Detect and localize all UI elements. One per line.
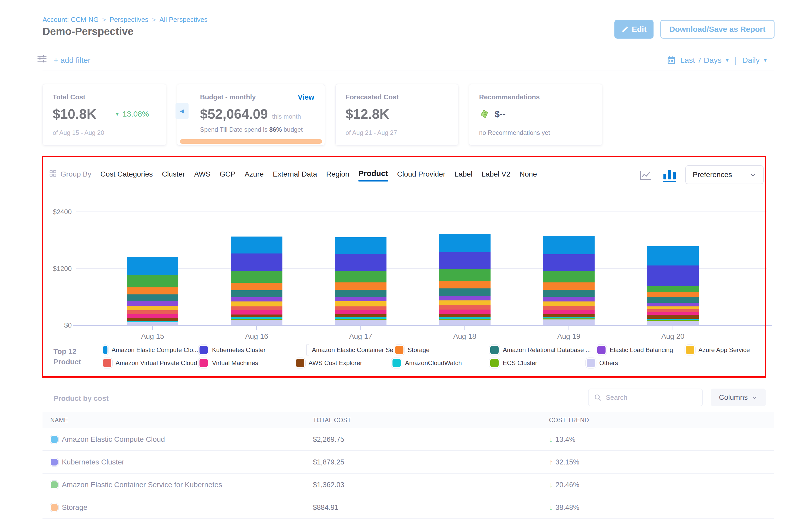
date-range-caret-icon[interactable]: ▾ <box>726 57 729 64</box>
bar-segment[interactable] <box>647 312 699 315</box>
bar-segment[interactable] <box>335 320 386 325</box>
bar-segment[interactable] <box>335 271 386 282</box>
bar-segment[interactable] <box>127 314 178 318</box>
bar-segment[interactable] <box>335 282 386 290</box>
bar-segment[interactable] <box>647 297 699 303</box>
bar-segment[interactable] <box>543 320 594 325</box>
bar-segment[interactable] <box>335 310 386 314</box>
legend-item-kubernetes-cluster[interactable]: Kubernetes Cluster <box>198 346 306 354</box>
tab-cluster[interactable]: Cluster <box>162 170 185 182</box>
table-row[interactable]: Storage$884.91↓38.48% <box>42 496 774 519</box>
bar-segment[interactable] <box>127 322 178 325</box>
bar-segment[interactable] <box>647 246 699 265</box>
budget-view-link[interactable]: View <box>298 93 314 101</box>
bar-segment[interactable] <box>439 252 491 269</box>
bar-segment[interactable] <box>439 300 491 305</box>
bar-segment[interactable] <box>231 320 282 325</box>
budget-prev-arrow-button[interactable]: ◀ <box>175 103 189 119</box>
tab-none[interactable]: None <box>519 170 537 182</box>
bar-segment[interactable] <box>231 297 282 302</box>
bar-segment[interactable] <box>231 271 282 283</box>
tab-external-data[interactable]: External Data <box>273 170 317 182</box>
bar-segment[interactable] <box>439 296 491 300</box>
bar-segment[interactable] <box>127 294 178 301</box>
edit-button[interactable]: Edit <box>614 20 653 39</box>
bar-segment[interactable] <box>439 281 491 288</box>
table-row[interactable]: Amazon Elastic Container Service for Kub… <box>42 474 774 496</box>
filter-sliders-icon[interactable] <box>36 53 48 65</box>
bar-segment[interactable] <box>647 306 699 309</box>
tab-region[interactable]: Region <box>326 170 349 182</box>
bar-segment[interactable] <box>127 301 178 306</box>
bar-segment[interactable] <box>543 254 594 271</box>
bar-segment[interactable] <box>231 283 282 290</box>
bar-segment[interactable] <box>335 237 386 254</box>
bar-segment[interactable] <box>231 290 282 297</box>
bar-segment[interactable] <box>543 306 594 310</box>
bar-segment[interactable] <box>231 310 282 315</box>
bar-segment[interactable] <box>647 303 699 307</box>
tab-cost-categories[interactable]: Cost Categories <box>100 170 153 182</box>
legend-item-amazon-elastic-compute-clo-[interactable]: Amazon Elastic Compute Clo... <box>102 346 198 354</box>
bar-segment[interactable] <box>647 292 699 297</box>
legend-item-virtual-machines[interactable]: Virtual Machines <box>198 359 295 367</box>
bar-segment[interactable] <box>127 310 178 314</box>
legend-item-azure-app-service[interactable]: Azure App Service <box>685 346 750 354</box>
row-name[interactable]: Storage <box>62 503 87 512</box>
granularity-caret-icon[interactable]: ▾ <box>764 57 767 64</box>
bar-segment[interactable] <box>127 287 178 294</box>
bar-segment[interactable] <box>647 286 699 292</box>
line-chart-toggle-icon[interactable] <box>640 170 652 180</box>
bar-segment[interactable] <box>439 314 491 317</box>
breadcrumb-item[interactable]: Perspectives <box>110 16 148 24</box>
tab-gcp[interactable]: GCP <box>220 170 235 182</box>
bar-segment[interactable] <box>127 318 178 321</box>
legend-item-amazon-elastic-container-se-[interactable]: Amazon Elastic Container Se... <box>306 346 394 354</box>
bar-aug-19[interactable] <box>543 236 594 325</box>
bar-segment[interactable] <box>647 265 699 287</box>
bar-segment[interactable] <box>439 309 491 314</box>
bar-segment[interactable] <box>335 297 386 301</box>
bar-segment[interactable] <box>543 282 594 290</box>
bar-segment[interactable] <box>231 236 282 253</box>
bar-segment[interactable] <box>543 236 594 254</box>
bar-segment[interactable] <box>647 309 699 312</box>
legend-item-elastic-load-balancing[interactable]: Elastic Load Balancing <box>596 346 685 354</box>
bar-segment[interactable] <box>543 302 594 306</box>
bar-segment[interactable] <box>543 310 594 314</box>
bar-segment[interactable] <box>335 254 386 271</box>
bar-segment[interactable] <box>543 271 594 282</box>
download-save-report-button[interactable]: Download/Save as Report <box>660 20 775 39</box>
bar-segment[interactable] <box>231 306 282 310</box>
tab-label-v2[interactable]: Label V2 <box>482 170 511 182</box>
legend-item-others[interactable]: Others <box>586 359 618 367</box>
breadcrumb-item[interactable]: All Perspectives <box>159 16 208 24</box>
bar-aug-20[interactable] <box>647 246 699 325</box>
bar-segment[interactable] <box>439 320 491 325</box>
bar-aug-15[interactable] <box>127 257 178 325</box>
date-range-selector[interactable]: Last 7 Days <box>680 56 721 65</box>
row-name[interactable]: Amazon Elastic Compute Cloud <box>62 435 165 443</box>
bar-segment[interactable] <box>543 314 594 317</box>
bar-chart-toggle-icon[interactable] <box>663 170 676 182</box>
bar-segment[interactable] <box>335 306 386 310</box>
row-name[interactable]: Kubernetes Cluster <box>62 458 125 466</box>
tab-aws[interactable]: AWS <box>194 170 210 182</box>
search-input[interactable] <box>606 394 692 402</box>
bar-segment[interactable] <box>127 275 178 287</box>
tab-cloud-provider[interactable]: Cloud Provider <box>397 170 445 182</box>
legend-item-storage[interactable]: Storage <box>394 346 489 354</box>
table-row[interactable]: Amazon Elastic Compute Cloud$2,269.75↓13… <box>42 428 774 451</box>
tab-product[interactable]: Product <box>358 169 388 182</box>
legend-item-ecs-cluster[interactable]: ECS Cluster <box>489 359 586 367</box>
bar-segment[interactable] <box>439 234 491 252</box>
legend-item-amazon-relational-database-[interactable]: Amazon Relational Database ... <box>489 346 596 354</box>
bar-segment[interactable] <box>647 321 699 325</box>
legend-item-amazoncloudwatch[interactable]: AmazonCloudWatch <box>391 359 489 367</box>
bar-segment[interactable] <box>439 288 491 296</box>
table-row[interactable]: Kubernetes Cluster$1,879.25↑32.15% <box>42 451 774 474</box>
preferences-dropdown[interactable]: Preferences <box>685 165 764 184</box>
bar-aug-16[interactable] <box>231 236 282 325</box>
bar-segment[interactable] <box>543 297 594 302</box>
granularity-selector[interactable]: Daily <box>742 56 760 65</box>
